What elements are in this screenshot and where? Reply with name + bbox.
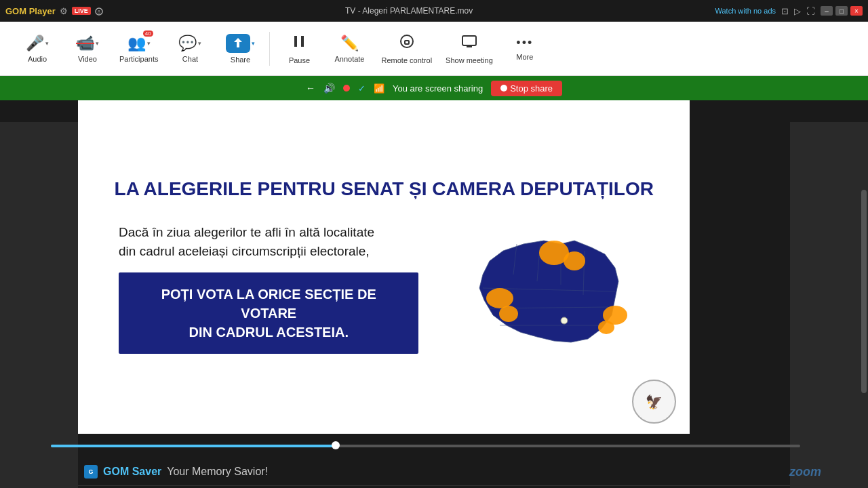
stop-share-label: Stop share (510, 83, 553, 94)
video-icon: 📹 (76, 35, 94, 52)
audio-dropdown-arrow: ▾ (45, 40, 49, 47)
share-dropdown-arrow: ▾ (252, 40, 255, 47)
microphone-icon: 🎤 (26, 35, 44, 52)
stop-share-dot (500, 85, 507, 92)
participants-icon: 👥 (127, 35, 146, 52)
progress-bar[interactable] (51, 445, 800, 447)
minimize-button[interactable]: – (821, 6, 833, 16)
close-button[interactable]: × (850, 6, 863, 16)
romania-map (449, 220, 646, 356)
gom-saver-bar: G GOM Saver Your Memory Savior! (73, 465, 784, 479)
toolbar-divider-1 (269, 32, 270, 66)
sharing-status-icon: ✓ (358, 83, 366, 94)
toolbar-item-participants[interactable]: 👥 40 ▾ Participants (114, 25, 163, 73)
svg-point-23 (561, 317, 568, 324)
stop-share-button[interactable]: Stop share (491, 81, 562, 96)
watch-no-ads-link[interactable]: Watch with no ads (715, 7, 776, 15)
window-title: TV - Alegeri PARLAMENTARE.mov (345, 6, 473, 16)
chat-dropdown-arrow: ▾ (198, 40, 201, 47)
remote-label: Remote control (381, 56, 432, 64)
video-label: Video (78, 55, 97, 63)
svg-point-20 (499, 306, 518, 322)
sharing-banner: ← 🔊 ✓ 📶 You are screen sharing Stop shar… (0, 76, 868, 100)
slide-text-section: Dacă în ziua alegerilor te afli în altă … (119, 223, 418, 354)
more-label: More (516, 53, 533, 61)
share-label: Share (231, 56, 250, 64)
participants-badge: 40 (143, 30, 153, 37)
chat-icon: 💬 (178, 35, 197, 52)
svg-rect-6 (405, 41, 409, 44)
toolbar-item-show-meeting[interactable]: Show meeting (440, 25, 498, 73)
slide-title: LA ALEGERILE PENTRU SENAT ȘI CAMERA DEPU… (87, 165, 681, 207)
annotate-label: Annotate (334, 55, 364, 63)
progress-fill (51, 445, 336, 447)
wifi-icon: 📶 (374, 83, 384, 94)
progress-area: -00:00:23 00:01:00 🔊 (0, 434, 868, 458)
sharing-message: You are screen sharing (393, 83, 483, 94)
window-controls: – □ × (821, 6, 863, 16)
settings-icon[interactable]: ⚙ (60, 6, 68, 16)
maximize-button[interactable]: □ (835, 6, 848, 16)
progress-thumb[interactable] (332, 441, 340, 449)
slide-content: LA ALEGERILE PENTRU SENAT ȘI CAMERA DEPU… (78, 100, 690, 434)
live-badge: LIVE (72, 7, 91, 15)
svg-point-19 (486, 288, 513, 308)
svg-rect-7 (462, 36, 476, 45)
zoom-logo: zoom (789, 465, 821, 479)
left-panel (0, 122, 78, 488)
svg-text:8: 8 (98, 9, 100, 14)
toolbar-item-audio[interactable]: 🎤 ▾ Audio (14, 25, 61, 73)
pause-label: Pause (289, 56, 310, 64)
live-count: 8 (95, 6, 103, 15)
player-controls: ⏸ ⏹ ⏮ ⏭ G GOM Saver Your Memory Savior! … (0, 458, 868, 485)
toolbar-item-more[interactable]: ••• More (501, 25, 549, 73)
right-scrollbar[interactable] (861, 190, 867, 393)
pip-icon[interactable]: ⊡ (781, 6, 789, 16)
volume-icon: 🔊 (323, 83, 335, 94)
toolbar-item-video[interactable]: 📹 ▾ Video (64, 25, 111, 73)
slide-body: Dacă în ziua alegerilor te afli în altă … (78, 207, 690, 369)
title-bar: GOM Player ⚙ LIVE 8 TV - Alegeri PARLAME… (0, 0, 868, 22)
gom-player-logo: GOM Player (5, 6, 56, 16)
slide-highlight-box: POȚI VOTA LA ORICE SECȚIE DE VOTAREDIN C… (119, 272, 418, 354)
svg-rect-3 (301, 36, 304, 47)
title-bar-right: Watch with no ads ⊡ ▷ ⛶ – □ × (715, 6, 863, 16)
romania-emblem: 🦅 (632, 380, 676, 424)
slide-main-text: Dacă în ziua alegerilor te afli în altă … (119, 223, 418, 262)
banner-back-icon: ← (306, 83, 315, 94)
fullscreen-icon[interactable]: ⛶ (806, 6, 815, 16)
more-icon: ••• (516, 36, 533, 50)
main-wrapper: LA ALEGERILE PENTRU SENAT ȘI CAMERA DEPU… (0, 100, 868, 434)
svg-point-22 (598, 321, 614, 334)
toolbar-item-annotate[interactable]: ✏️ Annotate (326, 25, 373, 73)
recording-indicator (343, 85, 350, 92)
map-section (446, 220, 649, 356)
toolbar-item-chat[interactable]: 💬 ▾ Chat (166, 25, 214, 73)
participants-dropdown-arrow: ▾ (147, 40, 151, 47)
title-bar-left: GOM Player ⚙ LIVE 8 (5, 6, 103, 16)
gom-saver-brand: GOM Saver (103, 466, 161, 478)
annotate-icon: ✏️ (340, 35, 359, 52)
chat-label: Chat (182, 55, 198, 63)
theater-icon[interactable]: ▷ (794, 6, 801, 16)
toolbar-item-pause[interactable]: Pause (275, 25, 323, 73)
svg-point-18 (564, 251, 585, 270)
show-meeting-icon (461, 33, 477, 54)
toolbar-item-remote[interactable]: Remote control (376, 25, 437, 73)
video-dropdown-arrow: ▾ (96, 40, 99, 47)
svg-rect-2 (294, 36, 297, 47)
taskbar: 🔍 Type here to search ⊟ 📁 z 🖥 🌐 🗂 🌊 W ⚡ (0, 485, 868, 488)
audio-label: Audio (28, 55, 47, 63)
zoom-toolbar: 🎤 ▾ Audio 📹 ▾ Video 👥 40 ▾ Participants … (0, 22, 868, 76)
share-icon (226, 34, 250, 53)
gom-saver-icon: G (84, 465, 98, 479)
gom-saver-tagline: Your Memory Savior! (167, 466, 268, 478)
right-panel (790, 122, 868, 488)
remote-control-icon (399, 33, 415, 54)
toolbar-item-share[interactable]: ▾ Share (216, 25, 264, 73)
show-meeting-label: Show meeting (446, 56, 493, 64)
pause-icon (291, 33, 307, 54)
participants-label: Participants (119, 55, 158, 63)
